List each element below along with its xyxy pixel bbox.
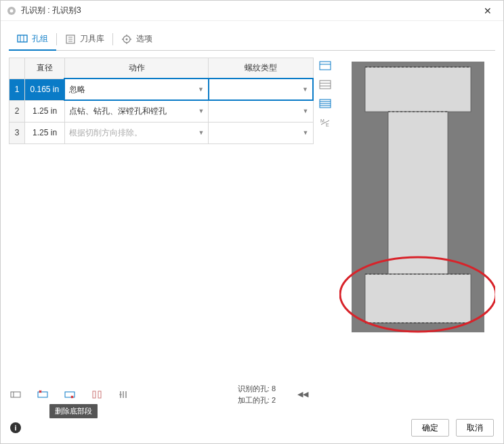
action-cell[interactable]: 点钻、钻孔、深镗孔和镗孔▼ (64, 100, 209, 122)
machined-label: 加工的孔: (238, 396, 270, 404)
rewind-button[interactable]: ◀◀ (297, 390, 314, 399)
tab-tool-crib[interactable]: 刀具库 (57, 28, 112, 51)
svg-rect-31 (320, 81, 331, 89)
col-action-header[interactable]: 动作 (64, 58, 209, 79)
dialog-window: 孔识别 : 孔识别3 ✕ 孔组 刀具库 选项 (0, 0, 504, 444)
left-column: 直径 动作 螺纹类型 1 0.165 in 忽略▼ (9, 58, 314, 407)
tool-segment[interactable] (90, 388, 104, 401)
tool-columns[interactable] (117, 388, 131, 401)
cancel-button[interactable]: 取消 (456, 419, 494, 437)
unit-toggle-icon[interactable]: ME (319, 117, 331, 128)
side-icon-column: ME (319, 58, 334, 407)
svg-point-1 (10, 9, 14, 12)
action-value: 点钻、钻孔、深镗孔和镗孔 (69, 106, 198, 117)
machined-value: 2 (272, 396, 276, 404)
action-cell[interactable]: 根据切削方向排除。▼ (64, 122, 209, 143)
svg-rect-23 (93, 391, 96, 398)
diameter-cell[interactable]: 0.165 in (25, 79, 64, 100)
svg-rect-46 (365, 274, 471, 323)
svg-rect-42 (365, 67, 471, 112)
tool-crib-icon (65, 34, 76, 45)
tool-delete-bottom[interactable]: 删除底部段 (63, 388, 77, 401)
col-thread-header[interactable]: 螺纹类型 (209, 58, 313, 79)
row-index: 2 (9, 100, 25, 122)
info-icon[interactable]: i (10, 422, 21, 433)
tab-hole-groups[interactable]: 孔组 (9, 28, 56, 51)
tab-label: 选项 (136, 33, 152, 45)
hole-group-icon (17, 33, 28, 44)
gear-icon (121, 34, 132, 45)
svg-text:M: M (320, 118, 324, 123)
diameter-cell[interactable]: 1.25 in (25, 122, 64, 143)
app-icon (6, 5, 17, 16)
tab-options[interactable]: 选项 (113, 28, 161, 51)
row-view-2-icon[interactable] (319, 79, 331, 90)
close-button[interactable]: ✕ (478, 5, 498, 16)
row-index: 3 (9, 122, 25, 143)
svg-rect-15 (11, 392, 20, 397)
thread-cell[interactable]: ▼ (209, 122, 313, 143)
tab-label: 刀具库 (80, 33, 104, 45)
svg-rect-2 (18, 35, 27, 42)
chevron-down-icon: ▼ (303, 129, 309, 136)
ok-button[interactable]: 确定 (411, 419, 449, 437)
preview-panel (339, 58, 495, 407)
preview-canvas[interactable] (339, 58, 495, 407)
svg-rect-17 (38, 392, 47, 397)
col-diameter-header[interactable]: 直径 (25, 58, 64, 79)
tooltip: 删除底部段 (49, 404, 98, 418)
content-area: 孔组 刀具库 选项 直径 (1, 21, 503, 412)
window-title: 孔识别 : 孔识别3 (21, 5, 478, 16)
table-row[interactable]: 1 0.165 in 忽略▼ ▼ (9, 79, 314, 100)
chevron-down-icon: ▼ (303, 108, 309, 114)
recognized-value: 8 (272, 384, 276, 393)
row-index: 1 (9, 79, 25, 100)
row-view-3-icon[interactable] (319, 98, 331, 109)
chevron-down-icon: ▼ (198, 129, 204, 136)
chevron-down-icon: ▼ (198, 86, 204, 93)
svg-rect-29 (320, 62, 331, 70)
col-idx-header (9, 58, 25, 79)
titlebar: 孔识别 : 孔识别3 ✕ (1, 1, 503, 21)
chevron-down-icon: ▼ (198, 108, 204, 114)
recognized-label: 识别的孔: (238, 384, 270, 393)
bottom-toolbar: 删除底部段 识别的孔: 8 加工的孔: 2 ◀◀ (9, 379, 314, 407)
thread-cell[interactable]: ▼ (209, 79, 313, 100)
row-view-1-icon[interactable] (319, 60, 331, 71)
svg-point-10 (126, 38, 128, 40)
stats-block: 识别的孔: 8 加工的孔: 2 (238, 383, 276, 405)
action-value: 忽略 (69, 84, 198, 95)
tool-delete-group[interactable] (9, 388, 22, 401)
svg-rect-44 (388, 112, 448, 274)
svg-text:E: E (326, 123, 329, 127)
chevron-down-icon: ▼ (302, 86, 308, 93)
action-cell[interactable]: 忽略▼ (64, 79, 209, 100)
tab-label: 孔组 (32, 33, 48, 45)
table-header-row: 直径 动作 螺纹类型 (9, 58, 314, 79)
table-row[interactable]: 2 1.25 in 点钻、钻孔、深镗孔和镗孔▼ ▼ (9, 100, 314, 122)
tool-flag-group[interactable] (36, 388, 49, 401)
svg-rect-24 (98, 391, 101, 398)
action-value: 根据切削方向排除。 (69, 127, 198, 139)
main-body: 直径 动作 螺纹类型 1 0.165 in 忽略▼ (9, 51, 495, 407)
tabs: 孔组 刀具库 选项 (9, 28, 495, 51)
hole-table: 直径 动作 螺纹类型 1 0.165 in 忽略▼ (9, 58, 314, 379)
table-row[interactable]: 3 1.25 in 根据切削方向排除。▼ ▼ (9, 122, 314, 143)
tool-row: 删除底部段 (9, 388, 131, 401)
diameter-cell[interactable]: 1.25 in (25, 100, 64, 122)
thread-cell[interactable]: ▼ (209, 100, 313, 122)
